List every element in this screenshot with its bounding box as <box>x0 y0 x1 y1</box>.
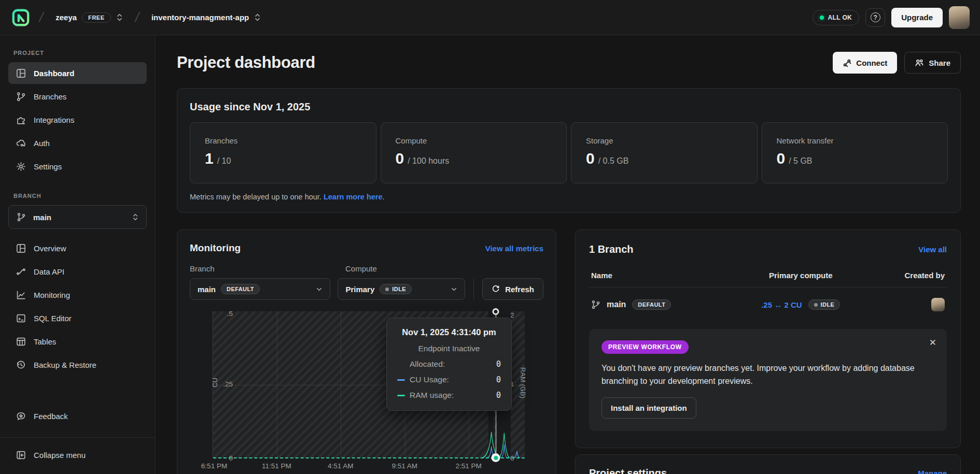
help-button[interactable]: ? <box>865 8 885 27</box>
created-by-avatar <box>931 298 945 311</box>
sidebar-item-label: Tables <box>34 337 56 346</box>
user-avatar[interactable] <box>949 6 970 29</box>
branch-name: main <box>607 300 626 309</box>
sidebar-item-label: Settings <box>34 162 62 171</box>
collapse-menu-button[interactable]: Collapse menu <box>8 444 147 466</box>
branch-icon <box>17 212 26 222</box>
question-icon: ? <box>871 12 880 22</box>
chart-tooltip: Nov 1, 2025 4:31:40 pm Endpoint Inactive… <box>386 318 512 411</box>
sidebar-item-auth[interactable]: Auth <box>8 132 147 154</box>
sidebar-item-settings[interactable]: Settings <box>8 155 147 177</box>
sidebar-item-label: Collapse menu <box>34 451 86 459</box>
preview-workflow-text: You don't have any preview branches yet.… <box>601 362 934 388</box>
view-all-branches-link[interactable]: View all <box>918 245 947 254</box>
status-label: ALL OK <box>828 14 852 21</box>
tooltip-timestamp: Nov 1, 2025 4:31:40 pm <box>397 327 501 337</box>
share-icon <box>915 58 924 67</box>
compute-select-value: Primary <box>345 285 374 294</box>
tooltip-row-value: 0 <box>496 391 501 400</box>
branch-select-value: main <box>198 285 216 294</box>
sidebar-divider <box>0 437 155 438</box>
share-button[interactable]: Share <box>904 52 961 74</box>
upgrade-button[interactable]: Upgrade <box>891 8 943 27</box>
tooltip-row-label: Allocated: <box>410 360 445 369</box>
idle-badge: IDLE <box>380 284 412 294</box>
connect-label: Connect <box>856 59 887 67</box>
breadcrumb-separator: / <box>37 9 46 25</box>
chevron-updown-icon <box>116 13 123 22</box>
plan-badge: FREE <box>82 12 111 23</box>
refresh-label: Refresh <box>505 285 534 294</box>
tooltip-row-label: CU Usage: <box>410 375 449 384</box>
refresh-icon <box>492 285 500 293</box>
neon-logo-icon[interactable] <box>10 7 31 28</box>
usage-card: Usage since Nov 1, 2025 Branches 1 / 10 … <box>177 88 961 213</box>
connect-button[interactable]: Connect <box>833 52 897 74</box>
manage-settings-link[interactable]: Manage <box>918 469 947 474</box>
usage-title: Usage since Nov 1, 2025 <box>190 101 948 113</box>
branches-title: 1 Branch <box>589 243 634 255</box>
sidebar-item-backup-restore[interactable]: Backup & Restore <box>8 354 147 376</box>
stat-value: 0 <box>396 150 404 167</box>
sidebar-item-tables[interactable]: Tables <box>8 331 147 352</box>
idle-dot-icon <box>385 288 389 291</box>
tooltip-row-value: 0 <box>496 360 501 369</box>
crosshair-top-handle-icon <box>493 308 499 315</box>
sidebar-item-monitoring[interactable]: Monitoring <box>8 284 147 306</box>
usage-spikes <box>213 426 525 458</box>
chart-plot-area[interactable]: Nov 1, 2025 4:31:40 pm Endpoint Inactive… <box>213 311 525 458</box>
settings-icon <box>16 162 26 171</box>
chevron-down-icon <box>451 286 457 293</box>
monitoring-branch-select[interactable]: main DEFAULT <box>190 278 330 300</box>
tooltip-row-cu-usage: CU Usage: 0 <box>397 375 501 384</box>
x-tick: 4:51 AM <box>328 462 354 470</box>
install-integration-button[interactable]: Install an integration <box>601 397 696 419</box>
sidebar-item-label: Monitoring <box>34 291 70 299</box>
sidebar-item-label: Backup & Restore <box>34 361 96 369</box>
stat-value: 0 <box>586 150 595 167</box>
system-status-pill[interactable]: ALL OK <box>813 10 860 25</box>
main-content: Project dashboard Connect Share Usage si… <box>156 35 980 474</box>
usage-note-text: Metrics may be delayed up to one hour. <box>190 193 324 201</box>
crosshair-bottom-handle-icon <box>492 453 500 462</box>
idle-dot-icon <box>814 303 818 307</box>
stat-limit: / 100 hours <box>408 156 449 166</box>
project-settings-title: Project settings <box>589 467 667 474</box>
default-badge: DEFAULT <box>632 299 671 310</box>
sidebar-item-sql-editor[interactable]: SQL Editor <box>8 307 147 329</box>
sidebar-item-integrations[interactable]: Integrations <box>8 109 147 131</box>
close-icon[interactable]: ✕ <box>929 338 936 347</box>
sidebar-item-dashboard[interactable]: Dashboard <box>8 62 147 84</box>
tooltip-row-value: 0 <box>496 375 501 384</box>
data-api-icon <box>16 267 26 277</box>
page-title: Project dashboard <box>177 53 315 72</box>
sidebar-item-feedback[interactable]: Feedback <box>8 405 147 427</box>
chevron-down-icon <box>316 286 323 293</box>
branches-card: 1 Branch View all Name Primary compute C… <box>575 229 961 448</box>
view-all-metrics-link[interactable]: View all metrics <box>485 244 543 253</box>
org-selector[interactable]: zeeya FREE <box>51 9 127 26</box>
branches-table-header: Name Primary compute Created by <box>589 271 947 288</box>
stat-label: Branches <box>205 136 361 145</box>
branch-table-row[interactable]: main DEFAULT .25 ↔ 2 CU IDLE <box>589 288 947 322</box>
compute-size-link[interactable]: .25 ↔ 2 CU <box>761 300 802 309</box>
stat-label: Network transfer <box>777 136 933 145</box>
sidebar-item-overview[interactable]: Overview <box>8 237 147 259</box>
learn-more-link[interactable]: Learn more here <box>324 193 383 201</box>
cu-usage-marker-icon <box>397 379 405 381</box>
project-name: inventory-managment-app <box>151 13 249 22</box>
stat-limit: / 0.5 GB <box>598 156 629 166</box>
sidebar-item-branches[interactable]: Branches <box>8 85 147 107</box>
project-selector[interactable]: inventory-managment-app <box>147 10 265 25</box>
monitoring-compute-select[interactable]: Primary IDLE <box>338 278 465 300</box>
stat-value: 0 <box>777 150 786 167</box>
stat-compute: Compute 0 / 100 hours <box>381 122 567 183</box>
usage-note: Metrics may be delayed up to one hour. L… <box>190 193 948 201</box>
zero-baseline <box>213 457 525 458</box>
branch-selector[interactable]: main <box>8 205 147 229</box>
idle-badge: IDLE <box>808 299 841 310</box>
refresh-button[interactable]: Refresh <box>482 278 543 300</box>
sidebar-item-data-api[interactable]: Data API <box>8 261 147 282</box>
ram-usage-marker-icon <box>397 395 405 396</box>
sidebar-item-label: Auth <box>34 139 50 148</box>
